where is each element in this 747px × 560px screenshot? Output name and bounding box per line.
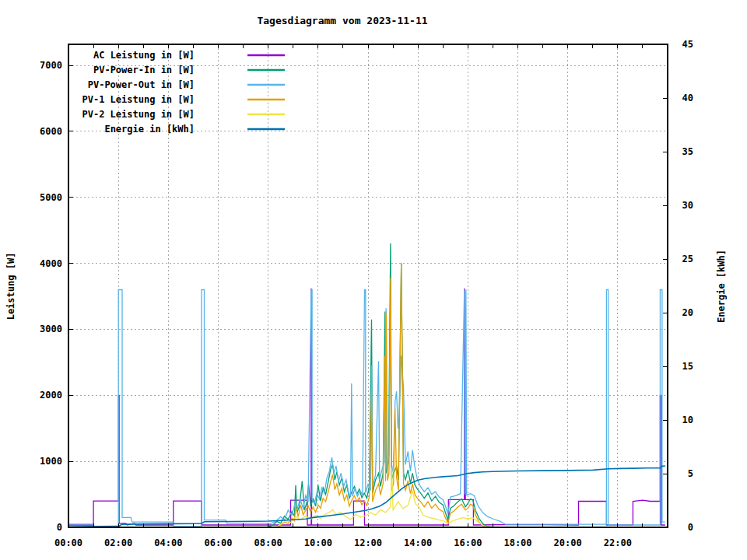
series-lines <box>68 243 665 527</box>
y-right-axis-label: Energie [kWh] <box>716 250 727 323</box>
y-right-tick-label: 40 <box>682 93 693 103</box>
x-tick-label: 08:00 <box>254 537 282 548</box>
y-right-tick-label: 20 <box>682 307 693 318</box>
y-right-tick-label: 15 <box>682 361 693 372</box>
chart-page: 00:0002:0004:0006:0008:0010:0012:0014:00… <box>0 0 747 560</box>
y-right-tick-label: 0 <box>688 522 693 533</box>
x-tick-label: 00:00 <box>54 537 82 548</box>
legend-item-label: AC Leistung in [W] <box>93 50 195 61</box>
y-right-tick-label: 25 <box>682 254 693 264</box>
x-tick-label: 12:00 <box>354 537 382 548</box>
y-left-axis-label: Leistung [W] <box>5 253 16 320</box>
y-left-tick-label: 7000 <box>40 60 62 71</box>
y-left-tick-label: 0 <box>57 522 62 533</box>
x-tick-label: 02:00 <box>104 537 132 548</box>
x-tick-label: 16:00 <box>454 537 482 548</box>
y-right-tick-label: 30 <box>682 200 693 211</box>
x-tick-label: 20:00 <box>554 537 582 548</box>
x-tick-label: 18:00 <box>503 537 531 548</box>
y-left-tick-label: 5000 <box>40 192 62 203</box>
y-right-tick-label: 10 <box>682 415 693 425</box>
y-right-tick-label: 5 <box>688 468 693 479</box>
y-left-tick-label: 1000 <box>40 456 62 467</box>
series-line-pv-power-out <box>68 290 665 527</box>
legend-item-label: PV-1 Leistung in [W] <box>82 94 195 105</box>
x-tick-label: 14:00 <box>404 537 432 548</box>
y-left-tick-label: 2000 <box>40 390 62 401</box>
y-left-tick-label: 4000 <box>40 258 62 269</box>
x-tick-label: 22:00 <box>604 537 632 548</box>
legend-item-label: PV-2 Leistung in [W] <box>82 109 195 120</box>
y-left-tick-label: 6000 <box>40 126 62 137</box>
x-tick-label: 04:00 <box>154 537 182 548</box>
y-left-tick-label: 3000 <box>40 324 62 334</box>
y-right-tick-label: 45 <box>682 39 693 50</box>
legend-item-label: Energie in [kWh] <box>104 124 195 135</box>
chart-svg: 00:0002:0004:0006:0008:0010:0012:0014:00… <box>0 0 747 560</box>
legend-item-label: PV-Power-In in [W] <box>93 65 195 75</box>
legend: AC Leistung in [W]PV-Power-In in [W]PV-P… <box>82 50 286 135</box>
x-tick-label: 10:00 <box>304 537 332 548</box>
legend-item-label: PV-Power-Out in [W] <box>88 79 195 90</box>
series-line-pv-power-in <box>68 243 665 527</box>
x-tick-label: 06:00 <box>204 537 232 548</box>
chart-title: Tagesdiagramm vom 2023-11-11 <box>257 15 427 26</box>
y-right-tick-label: 35 <box>682 146 693 157</box>
